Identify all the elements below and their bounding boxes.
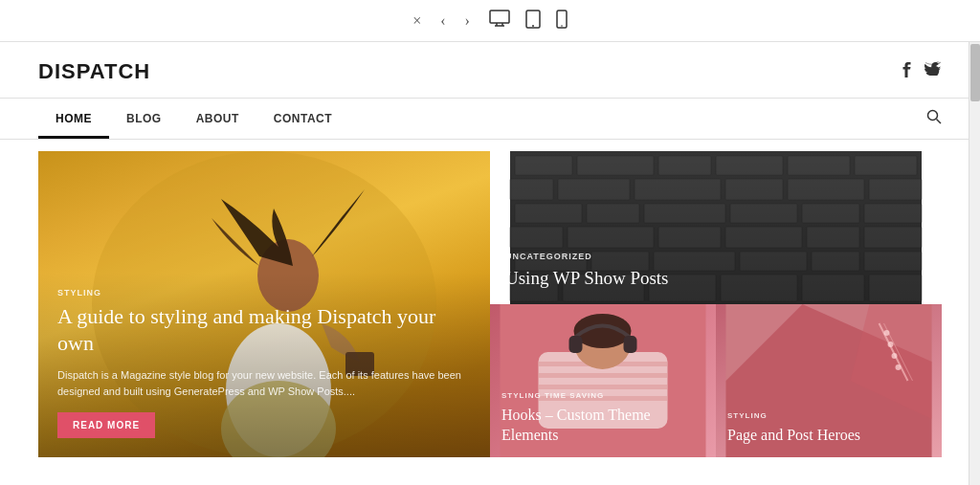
nav-blog[interactable]: BLOG xyxy=(109,99,179,139)
site-logo[interactable]: DISPATCH xyxy=(38,59,150,84)
mobile-icon[interactable] xyxy=(556,10,568,33)
svg-point-67 xyxy=(888,342,894,347)
heroes-card[interactable]: STYLING Page and Post Heroes xyxy=(716,304,942,457)
read-more-button[interactable]: READ MORE xyxy=(57,412,155,438)
svg-rect-0 xyxy=(490,11,509,23)
facebook-icon[interactable] xyxy=(902,61,911,82)
back-button[interactable]: ‹ xyxy=(440,12,445,30)
svg-point-8 xyxy=(928,111,938,121)
stone-card-category: UNCATEGORIZED xyxy=(505,252,926,261)
heroes-card-category: STYLING xyxy=(727,411,930,420)
desktop-icon[interactable] xyxy=(489,10,510,33)
svg-point-5 xyxy=(532,25,534,27)
close-button[interactable]: × xyxy=(412,12,421,30)
svg-rect-56 xyxy=(539,373,668,378)
main-article-card[interactable]: STYLING A guide to styling and making Di… xyxy=(38,151,490,457)
right-column: UNCATEGORIZED Using WP Show Posts xyxy=(490,151,942,457)
svg-point-66 xyxy=(884,330,890,336)
forward-button[interactable]: › xyxy=(465,12,470,30)
svg-point-69 xyxy=(896,364,902,370)
browser-content: DISPATCH HOME BLOG A xyxy=(0,42,980,485)
svg-rect-62 xyxy=(624,336,637,353)
nav-links: HOME BLOG ABOUT CONTACT xyxy=(38,99,349,139)
heroes-card-title: Page and Post Heroes xyxy=(727,426,930,446)
svg-rect-61 xyxy=(569,336,583,353)
device-switcher xyxy=(489,10,568,33)
bottom-cards: STYLING TIME SAVING Hooks – Custom Theme… xyxy=(490,304,942,457)
scrollbar-thumb[interactable] xyxy=(970,44,980,101)
toolbar: × ‹ › xyxy=(0,0,980,42)
nav-home[interactable]: HOME xyxy=(38,99,109,139)
main-card-category: STYLING xyxy=(57,288,471,298)
svg-point-7 xyxy=(561,25,563,27)
hooks-card[interactable]: STYLING TIME SAVING Hooks – Custom Theme… xyxy=(490,304,716,457)
twitter-icon[interactable] xyxy=(924,61,942,82)
main-card-title: A guide to styling and making Dispatch y… xyxy=(57,303,471,358)
content-grid: STYLING A guide to styling and making Di… xyxy=(38,151,942,457)
site-nav: HOME BLOG ABOUT CONTACT xyxy=(0,99,980,140)
svg-point-68 xyxy=(892,353,898,359)
hooks-card-title: Hooks – Custom Theme Elements xyxy=(501,406,704,446)
search-icon[interactable] xyxy=(926,109,942,128)
main-card-excerpt: Dispatch is a Magazine style blog for yo… xyxy=(57,367,471,401)
hooks-card-category: STYLING TIME SAVING xyxy=(501,391,704,400)
tablet-icon[interactable] xyxy=(525,10,541,33)
social-icons xyxy=(902,61,942,82)
nav-about[interactable]: ABOUT xyxy=(179,99,256,139)
window-scrollbar[interactable] xyxy=(969,42,980,485)
stone-card-title: Using WP Show Posts xyxy=(505,267,926,291)
svg-line-9 xyxy=(937,120,942,124)
nav-contact[interactable]: CONTACT xyxy=(256,99,349,139)
stone-card[interactable]: UNCATEGORIZED Using WP Show Posts xyxy=(490,151,942,304)
site-header: DISPATCH xyxy=(0,42,980,99)
